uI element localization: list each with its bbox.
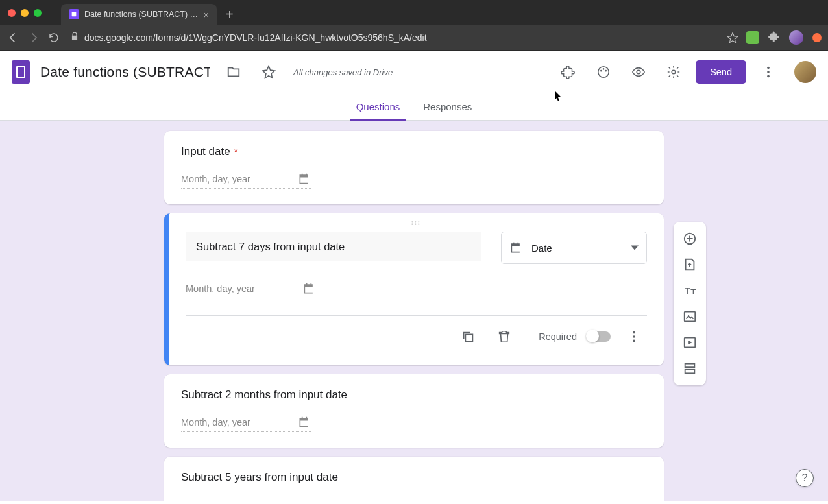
date-placeholder: Month, day, year [186, 283, 291, 294]
settings-button[interactable] [661, 59, 687, 85]
svg-rect-0 [72, 12, 77, 17]
svg-point-6 [672, 70, 676, 74]
date-placeholder: Month, day, year [181, 417, 286, 427]
question-title: Subtract 2 months from input date [181, 389, 647, 402]
svg-point-3 [603, 68, 605, 70]
profile-avatar-small[interactable] [789, 30, 803, 45]
question-side-toolbar: Tᴛ [674, 222, 706, 385]
preview-button[interactable] [626, 59, 651, 85]
lock-icon [70, 32, 79, 43]
question-title: Subtract 5 years from input date [181, 471, 647, 484]
svg-point-4 [605, 70, 607, 72]
add-question-button[interactable] [676, 226, 703, 252]
question-card-footer: Required [186, 316, 647, 350]
star-button[interactable] [256, 59, 282, 85]
browser-toolbar-right [746, 30, 822, 45]
calendar-icon [302, 282, 315, 295]
browser-titlebar: Date functions (SUBTRACT) - G × + [0, 0, 828, 25]
required-label: Required [539, 331, 577, 342]
form-canvas[interactable]: Input date * Month, day, year Date [0, 121, 828, 501]
svg-point-2 [600, 70, 602, 72]
svg-point-10 [411, 221, 413, 222]
svg-point-8 [767, 71, 770, 73]
form-tabs: Questions Responses [0, 93, 828, 121]
question-type-select[interactable]: Date [501, 232, 647, 264]
calendar-icon [298, 416, 311, 429]
question-card-selected[interactable]: Date Month, day, year Required [164, 213, 664, 365]
svg-point-13 [411, 224, 413, 225]
save-status: All changes saved in Drive [293, 67, 393, 77]
svg-point-7 [767, 67, 770, 69]
required-star-icon: * [234, 146, 238, 157]
svg-text:Tᴛ: Tᴛ [685, 286, 696, 296]
window-controls [0, 9, 42, 25]
new-tab-button[interactable]: + [217, 8, 243, 25]
addons-button[interactable] [555, 59, 581, 85]
svg-point-5 [637, 70, 640, 74]
reload-icon[interactable] [48, 32, 60, 43]
document-title-input[interactable] [39, 64, 212, 80]
add-title-button[interactable]: Tᴛ [676, 278, 703, 304]
calendar-icon [298, 173, 311, 186]
back-icon[interactable] [6, 31, 19, 44]
svg-point-17 [633, 335, 635, 338]
question-type-label: Date [531, 243, 552, 254]
add-image-button[interactable] [676, 304, 703, 330]
date-answer-preview: Month, day, year [186, 282, 315, 298]
window-close-icon[interactable] [8, 9, 16, 17]
move-to-folder-button[interactable] [221, 59, 247, 85]
app-header: All changes saved in Drive Send [0, 51, 828, 93]
tab-responses[interactable]: Responses [420, 93, 474, 120]
more-menu-button[interactable] [755, 59, 781, 85]
question-card[interactable]: Input date * Month, day, year [164, 131, 664, 204]
delete-button[interactable] [491, 324, 517, 350]
svg-point-12 [418, 221, 419, 222]
question-title-text: Subtract 2 months from input date [181, 389, 347, 402]
svg-point-18 [633, 340, 635, 342]
question-more-button[interactable] [621, 324, 647, 350]
svg-point-11 [415, 221, 416, 222]
svg-point-14 [415, 224, 416, 225]
forms-favicon-icon [69, 9, 79, 19]
update-indicator-icon[interactable] [812, 33, 822, 42]
customize-theme-button[interactable] [591, 59, 616, 85]
browser-tab[interactable]: Date functions (SUBTRACT) - G × [61, 4, 217, 25]
question-card[interactable]: Subtract 2 months from input date Month,… [164, 374, 664, 448]
forms-logo-icon[interactable] [12, 60, 30, 84]
svg-rect-24 [685, 370, 695, 374]
required-toggle[interactable] [587, 331, 611, 342]
import-questions-button[interactable] [676, 252, 703, 278]
url-text: docs.google.com/forms/d/1WggCnYDVLR-fu12… [84, 32, 427, 43]
tab-questions[interactable]: Questions [354, 93, 403, 120]
add-section-button[interactable] [676, 355, 703, 381]
browser-tab-title: Date functions (SUBTRACT) - G [84, 10, 198, 19]
question-title-text: Input date [181, 145, 230, 158]
svg-rect-23 [685, 364, 695, 368]
date-answer-preview: Month, day, year [181, 173, 311, 189]
question-card[interactable]: Subtract 5 years from input date [164, 457, 664, 501]
chevron-down-icon [631, 244, 639, 252]
svg-point-16 [633, 331, 635, 334]
date-placeholder: Month, day, year [181, 174, 286, 184]
add-video-button[interactable] [676, 330, 703, 355]
extension-icon[interactable] [746, 31, 759, 44]
forward-icon[interactable] [27, 31, 40, 44]
duplicate-button[interactable] [455, 324, 481, 350]
help-button[interactable]: ? [796, 469, 814, 487]
window-maximize-icon[interactable] [34, 9, 42, 17]
address-bar[interactable]: docs.google.com/forms/d/1WggCnYDVLR-fu12… [70, 32, 719, 43]
question-title-input[interactable] [186, 232, 481, 261]
footer-separator [528, 327, 528, 346]
question-title-text: Subtract 5 years from input date [181, 471, 338, 484]
account-avatar[interactable] [794, 61, 816, 83]
send-button[interactable]: Send [696, 60, 746, 84]
drag-handle-icon[interactable] [169, 219, 664, 228]
window-minimize-icon[interactable] [21, 9, 29, 17]
tab-close-icon[interactable]: × [203, 10, 209, 19]
calendar-icon [509, 241, 522, 254]
bookmark-star-icon[interactable] [727, 32, 738, 43]
extensions-puzzle-icon[interactable] [768, 30, 780, 45]
question-title: Input date * [181, 145, 647, 158]
svg-point-15 [418, 224, 419, 225]
svg-point-9 [767, 75, 770, 78]
